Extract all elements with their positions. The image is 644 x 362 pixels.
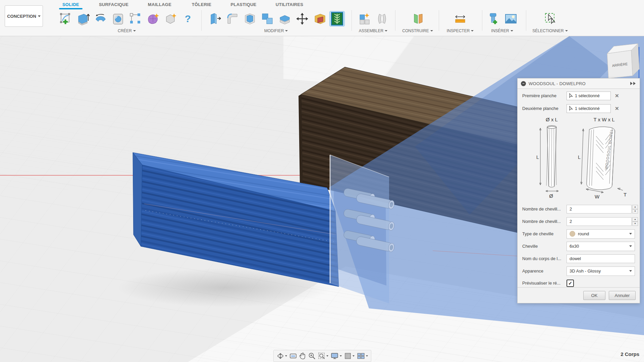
fit-button[interactable] bbox=[318, 352, 328, 360]
toolbar-separator bbox=[352, 10, 352, 31]
shell-icon[interactable] bbox=[243, 11, 257, 26]
select-cursor-icon bbox=[569, 93, 573, 98]
dowelpro-plugin-icon[interactable] bbox=[330, 11, 344, 26]
tab-plastique[interactable]: PLASTIQUE bbox=[228, 1, 258, 8]
field-label: Cheville bbox=[522, 244, 567, 249]
orbit-button[interactable] bbox=[277, 352, 287, 360]
premiere-planche-selection-button[interactable]: 1 sélectionné bbox=[567, 92, 611, 100]
field-row-count2: Nombre de chevill... ▲ ▼ bbox=[522, 217, 635, 226]
field-row-cheville: Cheville 6x30 bbox=[522, 242, 635, 251]
tab-surfacique[interactable]: SURFACIQUE bbox=[97, 1, 130, 8]
group-label-assembler[interactable]: ASSEMBLER bbox=[359, 28, 387, 33]
pan-button[interactable] bbox=[299, 352, 306, 360]
hole-icon[interactable] bbox=[111, 11, 125, 26]
create-form-icon[interactable] bbox=[146, 11, 160, 26]
spinner-controls: ▲ ▼ bbox=[632, 217, 638, 226]
dowel-size-dropdown[interactable]: 6x30 bbox=[567, 242, 635, 251]
new-component-icon[interactable] bbox=[357, 11, 372, 26]
spin-down-icon[interactable]: ▼ bbox=[632, 222, 638, 226]
toolbar-separator bbox=[526, 10, 526, 31]
extrude-icon[interactable] bbox=[76, 11, 91, 26]
move-copy-icon[interactable] bbox=[295, 11, 310, 26]
look-at-button[interactable] bbox=[289, 353, 297, 359]
revolve-icon[interactable] bbox=[93, 11, 108, 26]
viewports-button[interactable] bbox=[357, 352, 368, 360]
group-label-construire[interactable]: CONSTRUIRE bbox=[402, 28, 433, 33]
group-label-inspecter[interactable]: INSPECTER bbox=[447, 28, 474, 33]
field-label: Apparence bbox=[522, 268, 567, 274]
selection-label: Deuxième planche bbox=[522, 106, 567, 111]
dialog-header[interactable]: − WOODSOUL - DOWELPRO bbox=[518, 78, 640, 89]
field-row-type: Type de cheville round bbox=[522, 229, 635, 238]
ok-button[interactable]: OK bbox=[583, 291, 605, 300]
split-body-icon[interactable] bbox=[277, 11, 292, 26]
press-pull-icon[interactable] bbox=[208, 11, 222, 26]
construction-plane-icon[interactable] bbox=[410, 11, 425, 26]
insert-canvas-icon[interactable] bbox=[503, 11, 518, 26]
chevron-down-icon bbox=[511, 30, 513, 32]
base-feature-icon[interactable] bbox=[163, 11, 178, 26]
selection-label: Première planche bbox=[522, 93, 567, 98]
preview-checkbox[interactable]: ✓ bbox=[567, 280, 574, 287]
chevron-down-icon bbox=[326, 355, 328, 357]
physical-material-icon[interactable] bbox=[312, 11, 327, 26]
dowel-count-1-input[interactable] bbox=[567, 205, 632, 214]
dowel-type-dropdown[interactable]: round bbox=[567, 229, 635, 239]
conception-label: CONCEPTION bbox=[7, 14, 36, 19]
dowel-count-2-input[interactable] bbox=[567, 217, 632, 226]
chevron-down-icon bbox=[430, 30, 433, 32]
toolbar-separator bbox=[201, 10, 202, 31]
toolbar-separator bbox=[395, 10, 395, 31]
grid-settings-button[interactable] bbox=[344, 352, 355, 360]
chevron-down-icon bbox=[353, 355, 355, 357]
rectangular-pattern-icon[interactable] bbox=[128, 11, 143, 26]
conception-dropdown[interactable]: CONCEPTION bbox=[5, 5, 43, 27]
spinner-controls: ▲ ▼ bbox=[632, 205, 638, 214]
preview-board-end-slab[interactable] bbox=[330, 155, 389, 303]
round-dowel-drawing bbox=[540, 126, 559, 192]
group-label-selectionner[interactable]: SÉLECTIONNER bbox=[532, 28, 568, 33]
combine-icon[interactable] bbox=[260, 11, 275, 26]
joint-icon[interactable] bbox=[375, 11, 389, 26]
group-label-modifier[interactable]: MODIFIER bbox=[264, 28, 288, 33]
field-row-count1: Nombre de chevill... ▲ ▼ bbox=[522, 204, 635, 214]
field-label: Nombre de chevill... bbox=[522, 219, 567, 224]
caption-diameter-length: Ø x L bbox=[546, 117, 558, 122]
tab-utilitaires[interactable]: UTILITAIRES bbox=[274, 1, 306, 8]
tab-tolerie[interactable]: TÔLERIE bbox=[190, 1, 213, 8]
selection-row-deuxieme: Deuxième planche 1 sélectionné ✕ bbox=[522, 104, 635, 113]
field-label: Nom du corps de l... bbox=[522, 256, 567, 261]
group-assembler: ASSEMBLER bbox=[354, 9, 392, 33]
measure-icon[interactable] bbox=[453, 11, 468, 26]
clear-selection-icon[interactable]: ✕ bbox=[615, 106, 619, 112]
body-name-input[interactable] bbox=[567, 254, 635, 263]
fillet-icon[interactable] bbox=[225, 11, 240, 26]
tab-maillage[interactable]: MAILLAGE bbox=[146, 1, 173, 8]
insert-fastener-icon[interactable] bbox=[486, 11, 501, 26]
dialog-footer: OK Annuler bbox=[518, 287, 640, 303]
tab-solide[interactable]: SOLIDE bbox=[60, 1, 81, 8]
group-label-inserer[interactable]: INSÉRER bbox=[491, 28, 513, 33]
field-row-apparence: Apparence 3D Ash - Glossy bbox=[522, 266, 635, 276]
display-settings-button[interactable] bbox=[331, 352, 342, 360]
group-label-creer[interactable]: CRÉER bbox=[118, 28, 136, 33]
spin-up-icon[interactable]: ▲ bbox=[632, 217, 638, 222]
toolbar-separator bbox=[439, 10, 439, 31]
group-modifier: MODIFIER bbox=[204, 9, 348, 33]
create-sketch-icon[interactable] bbox=[58, 11, 73, 26]
help-icon[interactable]: ? bbox=[180, 11, 195, 26]
zoom-button[interactable] bbox=[308, 352, 316, 360]
material-swatch bbox=[570, 231, 575, 237]
dialog-collapse-icon[interactable]: − bbox=[521, 81, 526, 86]
spin-up-icon[interactable]: ▲ bbox=[632, 205, 638, 209]
spin-down-icon[interactable]: ▼ bbox=[632, 209, 638, 214]
deuxieme-planche-selection-button[interactable]: 1 sélectionné bbox=[567, 104, 611, 113]
appearance-dropdown[interactable]: 3D Ash - Glossy bbox=[567, 266, 635, 276]
chevron-down-icon bbox=[38, 15, 41, 17]
mouse-cursor bbox=[547, 14, 554, 22]
clear-selection-icon[interactable]: ✕ bbox=[615, 93, 619, 99]
dock-right-icon[interactable] bbox=[630, 81, 636, 85]
group-inspecter: INSPECTER bbox=[443, 9, 477, 33]
cancel-button[interactable]: Annuler bbox=[609, 291, 636, 300]
label-l: L bbox=[536, 155, 539, 160]
